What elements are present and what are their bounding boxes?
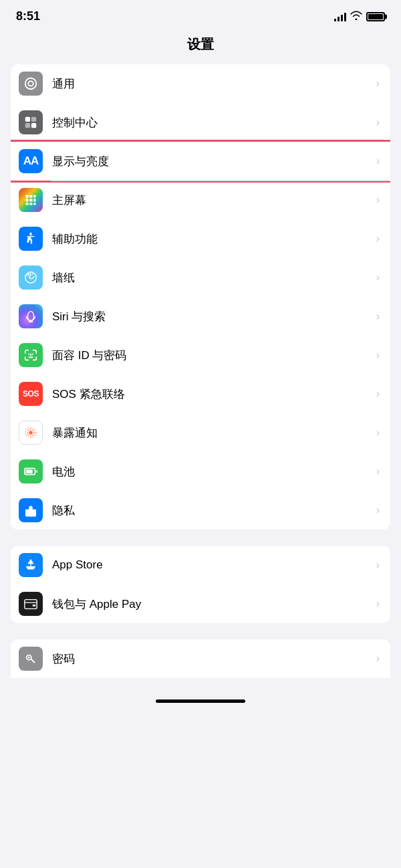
privacy-icon: [19, 498, 43, 522]
settings-section-1: 通用 › 控制中心 › AA 显示与亮度 ›: [11, 64, 390, 530]
svg-point-13: [29, 233, 32, 235]
status-time: 8:51: [16, 9, 40, 23]
display-label: 显示与亮度: [52, 154, 376, 169]
settings-row-accessibility[interactable]: 辅助功能 ›: [11, 219, 390, 258]
svg-point-14: [25, 272, 37, 284]
settings-row-control-center[interactable]: 控制中心 ›: [11, 103, 390, 142]
svg-rect-6: [33, 195, 35, 198]
appstore-chevron: ›: [376, 559, 380, 571]
settings-section-2: App Store › 钱包与 Apple Pay ›: [11, 546, 390, 623]
settings-row-password[interactable]: 密码 ›: [11, 639, 390, 678]
svg-rect-11: [29, 203, 32, 205]
settings-row-sos[interactable]: SOS SOS 紧急联络 ›: [11, 374, 390, 413]
svg-rect-0: [25, 117, 30, 122]
wallpaper-chevron: ›: [376, 272, 380, 284]
svg-rect-5: [29, 195, 32, 198]
settings-row-wallpaper[interactable]: 墙纸 ›: [11, 258, 390, 297]
wallpaper-icon: [19, 265, 43, 290]
general-icon: [19, 72, 43, 96]
sos-chevron: ›: [376, 388, 380, 400]
accessibility-icon: [19, 227, 43, 251]
settings-row-privacy[interactable]: 隐私 ›: [11, 491, 390, 530]
svg-rect-3: [31, 123, 36, 128]
general-label: 通用: [52, 76, 376, 92]
wallpaper-label: 墙纸: [52, 270, 376, 286]
appstore-label: App Store: [52, 558, 376, 572]
battery-status-icon: [366, 12, 385, 21]
settings-row-siri[interactable]: Siri 与搜索 ›: [11, 297, 390, 336]
home-bar: [156, 699, 245, 703]
svg-rect-2: [25, 123, 30, 128]
settings-row-wallet[interactable]: 钱包与 Apple Pay ›: [11, 584, 390, 623]
settings-row-display[interactable]: AA 显示与亮度 ›: [11, 142, 390, 181]
settings-row-general[interactable]: 通用 ›: [11, 64, 390, 103]
svg-rect-9: [33, 199, 35, 201]
page-title: 设置: [0, 29, 401, 64]
settings-row-battery[interactable]: 电池 ›: [11, 452, 390, 491]
svg-rect-12: [33, 203, 35, 205]
settings-row-faceid[interactable]: 面容 ID 与密码 ›: [11, 336, 390, 374]
svg-rect-8: [29, 199, 32, 201]
settings-row-home-screen[interactable]: 主屏幕 ›: [11, 181, 390, 219]
control-center-icon: [19, 110, 43, 134]
home-screen-label: 主屏幕: [52, 193, 376, 208]
siri-icon: [19, 304, 43, 328]
appstore-icon: [19, 553, 43, 577]
exposure-chevron: ›: [376, 427, 380, 439]
faceid-icon: [19, 343, 43, 367]
display-chevron: ›: [376, 155, 380, 167]
sos-label: SOS 紧急联络: [52, 387, 376, 402]
battery-chevron: ›: [376, 465, 380, 477]
wallet-label: 钱包与 Apple Pay: [52, 596, 376, 612]
exposure-icon: [19, 421, 43, 445]
faceid-chevron: ›: [376, 349, 380, 361]
settings-row-appstore[interactable]: App Store ›: [11, 546, 390, 584]
svg-rect-25: [25, 600, 37, 609]
settings-section-3: 密码 ›: [11, 639, 390, 678]
settings-row-exposure[interactable]: 暴露通知 ›: [11, 413, 390, 452]
home-screen-icon: [19, 188, 43, 212]
faceid-label: 面容 ID 与密码: [52, 348, 376, 363]
password-label: 密码: [52, 651, 376, 667]
status-icons: [334, 11, 385, 23]
general-chevron: ›: [376, 78, 380, 90]
exposure-label: 暴露通知: [52, 425, 376, 441]
accessibility-label: 辅助功能: [52, 231, 376, 247]
control-center-label: 控制中心: [52, 115, 376, 130]
svg-rect-1: [31, 117, 36, 122]
svg-point-19: [29, 431, 33, 435]
control-center-chevron: ›: [376, 116, 380, 128]
password-chevron: ›: [376, 653, 380, 665]
battery-label: 电池: [52, 464, 376, 479]
svg-rect-7: [26, 199, 29, 201]
siri-label: Siri 与搜索: [52, 309, 376, 324]
signal-icon: [334, 12, 346, 21]
siri-chevron: ›: [376, 310, 380, 322]
svg-point-28: [28, 657, 30, 659]
wallet-icon: [19, 592, 43, 616]
accessibility-chevron: ›: [376, 233, 380, 245]
battery-icon: [19, 459, 43, 483]
svg-rect-4: [26, 195, 29, 198]
svg-rect-10: [26, 203, 29, 205]
privacy-label: 隐私: [52, 503, 376, 518]
svg-rect-23: [26, 469, 33, 473]
status-bar: 8:51: [0, 0, 401, 29]
wifi-icon: [350, 11, 362, 23]
home-screen-chevron: ›: [376, 194, 380, 206]
svg-rect-26: [33, 605, 36, 607]
sos-icon: SOS: [19, 382, 43, 406]
privacy-chevron: ›: [376, 504, 380, 516]
password-icon: [19, 647, 43, 671]
wallet-chevron: ›: [376, 598, 380, 610]
display-icon: AA: [19, 149, 43, 173]
svg-point-15: [27, 274, 29, 276]
